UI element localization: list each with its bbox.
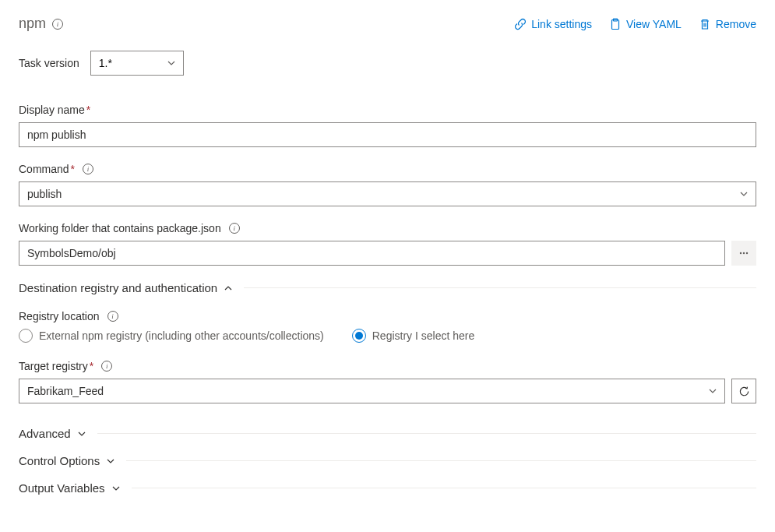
chevron-down-icon (106, 456, 115, 466)
section-control-options[interactable]: Control Options (19, 454, 756, 467)
task-title: npm (19, 16, 46, 32)
radio-label: Registry I select here (372, 329, 475, 342)
section-label: Control Options (19, 454, 100, 467)
view-yaml-button[interactable]: View YAML (609, 18, 682, 30)
section-label: Output Variables (19, 481, 105, 495)
chevron-down-icon (111, 484, 121, 493)
radio-checked-icon (352, 329, 366, 343)
header-links: Link settings View YAML Remove (514, 18, 756, 30)
task-version-select[interactable]: 1.* (90, 51, 184, 76)
radio-label: External npm registry (including other a… (39, 329, 324, 342)
working-folder-label: Working folder that contains package.jso… (19, 222, 221, 234)
target-registry-label: Target registry* (19, 360, 93, 372)
task-version-row: Task version 1.* (19, 51, 756, 76)
browse-button[interactable] (731, 241, 756, 266)
info-icon[interactable]: i (101, 361, 112, 372)
divider (244, 287, 756, 288)
display-name-field: Display name* (19, 104, 756, 147)
working-folder-field: Working folder that contains package.jso… (19, 222, 756, 266)
divider (132, 488, 756, 488)
registry-location-field: Registry location i External npm registr… (19, 310, 756, 343)
info-icon[interactable]: i (229, 223, 240, 234)
chevron-up-icon (224, 284, 233, 293)
target-registry-field: Target registry* i Fabrikam_Feed (19, 360, 756, 403)
required-asterisk: * (90, 360, 93, 372)
svg-point-4 (746, 252, 748, 254)
task-header: npm i Link settings View YAML Remove (19, 16, 756, 32)
divider (126, 460, 756, 461)
remove-button[interactable]: Remove (699, 18, 756, 30)
section-label: Advanced (19, 427, 71, 440)
refresh-button[interactable] (731, 379, 756, 403)
working-folder-input[interactable] (19, 241, 725, 266)
trash-icon (699, 18, 711, 30)
link-settings-label: Link settings (531, 18, 592, 30)
command-select[interactable]: publish (19, 181, 756, 206)
section-label: Destination registry and authentication (19, 281, 217, 294)
title-group: npm i (19, 16, 63, 32)
command-field: Command* i publish (19, 163, 756, 206)
section-output-variables[interactable]: Output Variables (19, 481, 756, 495)
radio-select-here[interactable]: Registry I select here (352, 329, 475, 343)
chevron-down-icon (77, 429, 86, 439)
section-destination-auth[interactable]: Destination registry and authentication (19, 281, 756, 294)
display-name-label: Display name* (19, 104, 90, 116)
command-label: Command* (19, 163, 75, 175)
view-yaml-label: View YAML (626, 18, 682, 30)
info-icon[interactable]: i (52, 19, 63, 30)
info-icon[interactable]: i (107, 311, 118, 322)
registry-location-label: Registry location (19, 310, 100, 322)
link-settings-button[interactable]: Link settings (514, 18, 592, 30)
target-registry-select[interactable]: Fabrikam_Feed (19, 379, 725, 403)
remove-label: Remove (716, 18, 756, 30)
link-icon (514, 18, 527, 30)
divider (97, 433, 756, 434)
svg-point-3 (743, 252, 745, 254)
task-version-label: Task version (19, 57, 79, 69)
info-icon[interactable]: i (83, 164, 93, 174)
required-asterisk: * (86, 104, 90, 116)
refresh-icon (738, 386, 750, 397)
required-asterisk: * (71, 163, 75, 175)
clipboard-icon (609, 18, 622, 30)
radio-external-registry[interactable]: External npm registry (including other a… (19, 329, 324, 343)
svg-point-2 (740, 252, 742, 254)
display-name-input[interactable] (19, 122, 756, 147)
radio-unchecked-icon (19, 329, 33, 343)
ellipsis-icon (738, 247, 750, 259)
section-advanced[interactable]: Advanced (19, 427, 756, 440)
